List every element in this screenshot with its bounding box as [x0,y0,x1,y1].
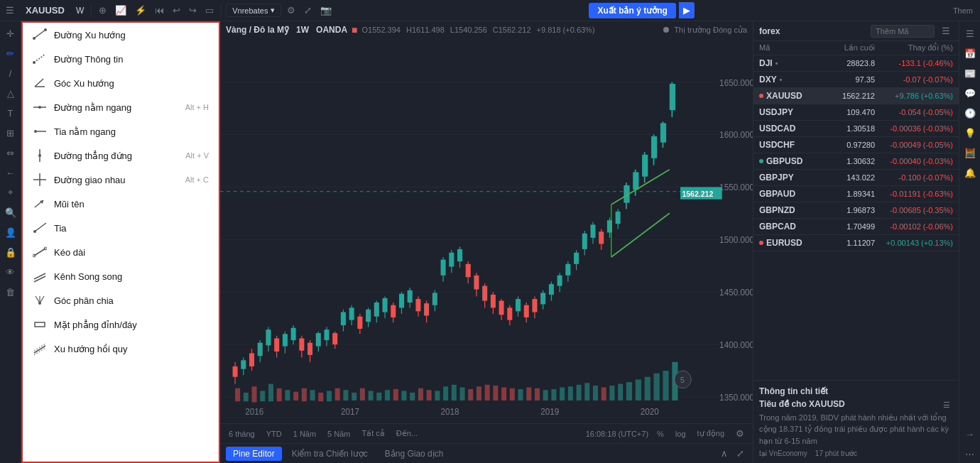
svg-rect-129 [549,284,554,295]
svg-rect-73 [316,333,321,346]
magnet-icon[interactable]: ⌖ [1,183,20,202]
drawing-item-regression[interactable]: Xu hướng hồi quy [23,337,219,361]
wl-row-gbpnzd[interactable]: GBPNZD 1.96873 -0.00685 (-0.35%) [753,202,959,219]
camera-icon[interactable]: 📷 [317,4,334,17]
wl-row-gbpcad[interactable]: GBPCAD 1.70499 -0.00102 (-0.06%) [753,219,959,235]
drawing-item-angle[interactable]: Góc Xu hướng [23,71,219,95]
replay-icon[interactable]: ⏮ [152,4,167,17]
watchlist-icon[interactable]: ☰ [961,24,979,43]
drawing-item-arrow[interactable]: Mũi tên [23,192,219,216]
svg-rect-184 [418,388,423,401]
calculator-icon[interactable]: 🧮 [961,143,979,162]
time-5year[interactable]: 5 Năm [325,428,353,440]
drawing-item-info[interactable]: Đường Thông tin [23,47,219,71]
publish-button[interactable]: Xuất bản ý tưởng [589,3,675,18]
wl-row-dxy[interactable]: DXY • 97.35 -0.07 (-0.07%) [753,72,959,88]
notification-icon[interactable]: 🔔 [961,163,979,182]
layout-icon[interactable]: ▭ [202,4,217,17]
undo-icon[interactable]: ↩ [170,4,183,17]
svg-text:1650.000: 1650.000 [719,77,753,87]
expand-icon[interactable]: ⤢ [734,447,747,460]
time-all[interactable]: Tất cả [359,427,388,440]
trash-icon[interactable]: 🗑 [1,283,20,301]
drawing-item-extend[interactable]: Kéo dài [23,240,219,264]
wl-row-eurusd[interactable]: EURUSD 1.11207 +0.00143 (+0.13%) [753,235,959,251]
clock-icon[interactable]: 🕐 [961,104,979,122]
draw-icon[interactable]: ✏ [1,44,20,62]
detail-menu-icon[interactable]: ☰ [940,399,953,411]
chat-icon[interactable]: 💬 [961,84,979,102]
wl-row-dji[interactable]: DJI • 28823.8 -133.1 (-0.46%) [753,55,959,72]
measure-icon[interactable]: ⇔ [1,143,20,162]
compare-icon[interactable]: ⊕ [96,4,109,17]
alert-icon[interactable]: ⚡ [132,4,149,17]
drawing-item-ray[interactable]: Tia [23,216,219,240]
time-1year[interactable]: 1 Năm [290,428,319,440]
wl-row-gbpusd[interactable]: GBPUSD 1.30632 -0.00040 (-0.03%) [753,153,959,170]
settings-icon[interactable]: ⚙ [284,4,298,17]
watchlist-menu-icon[interactable]: ☰ [939,24,953,38]
cross-shortcut: Alt + C [185,175,209,184]
svg-rect-190 [468,389,473,401]
vnrebates-button[interactable]: Vnrebates ▾ [226,4,281,17]
arrow-right-icon[interactable]: → [961,425,979,443]
drawing-item-parallel[interactable]: Kênh Song song [23,264,219,288]
wl-row-gbpjpy[interactable]: GBPJPY 143.022 -0.100 (-0.07%) [753,170,959,186]
svg-rect-133 [565,264,570,276]
drawing-item-hray[interactable]: Tia nằm ngang [23,119,219,143]
settings-small-icon[interactable]: ⚙ [733,427,747,440]
line-icon[interactable]: / [1,64,20,82]
close-value: C1562.212 [493,26,531,34]
bulb-icon[interactable]: 💡 [961,124,979,142]
time-goto[interactable]: Đến... [393,427,420,440]
wl-row-xauusd[interactable]: XAUUSD 1562.212 +9.786 (+0.63%) [753,88,959,104]
pattern-icon[interactable]: ⊞ [1,124,20,142]
high-value: H1611.498 [406,26,445,34]
collapse-icon[interactable]: ∧ [718,447,731,460]
percent-btn[interactable]: % [654,428,667,440]
fullscreen-icon[interactable]: ⤢ [301,4,315,17]
svg-rect-195 [510,388,515,401]
last-dji: 28823.8 [825,59,875,67]
tab-pine-editor[interactable]: Pine Editor [226,447,282,461]
publish-play-icon[interactable]: ▶ [679,2,695,18]
last-usdcad: 1.30518 [825,124,875,133]
log-btn[interactable]: log [673,428,689,440]
eye-icon[interactable]: 👁 [1,263,20,281]
search-input[interactable] [871,25,935,38]
auto-btn[interactable]: tự động [695,427,727,440]
shapes-icon[interactable]: △ [1,84,20,102]
wl-row-usdchf[interactable]: USDCHF 0.97280 -0.00049 (-0.05%) [753,137,959,153]
wl-row-usdcad[interactable]: USDCAD 1.30518 -0.00036 (-0.03%) [753,121,959,137]
tab-trade-panel[interactable]: Bảng Giao dịch [378,447,451,461]
text-icon[interactable]: T [1,104,20,122]
news-icon[interactable]: 📰 [961,64,979,82]
tab-strategy-tester[interactable]: Kiểm tra Chiến lược [285,447,375,461]
calendar-icon[interactable]: 📅 [961,44,979,62]
wl-row-gbpaud[interactable]: GBPAUD 1.89341 -0.01191 (-0.63%) [753,186,959,202]
time-6month[interactable]: 6 tháng [226,428,258,440]
drawing-item-trend[interactable]: Đường Xu hướng [23,23,219,47]
drawing-item-flat[interactable]: Mặt phẳng đỉnh/đáy [23,312,219,337]
drawing-item-hline[interactable]: Đường nằm ngang Alt + H [23,95,219,119]
cursor-icon[interactable]: ✛ [1,24,20,43]
svg-rect-119 [507,307,512,320]
trend-icon [33,28,47,42]
wl-row-usdjpy[interactable]: USDJPY 109.470 -0.054 (-0.05%) [753,104,959,121]
drawing-item-fork[interactable]: Góc phân chia [23,288,219,312]
dots-icon[interactable]: ⋯ [961,445,979,463]
person-icon[interactable]: 👤 [1,223,20,241]
indicator-icon[interactable]: 📈 [112,4,129,17]
arrow-left-icon[interactable]: ← [1,163,20,182]
zoom-icon[interactable]: 🔍 [1,203,20,222]
chart-canvas[interactable]: 1650.000 1600.000 1550.000 1500.000 1450… [220,38,753,423]
drawing-item-cross[interactable]: Đường giao nhau Alt + C [23,168,219,192]
theme-button[interactable]: Them [949,5,977,16]
menu-icon[interactable]: ☰ [3,4,17,17]
drawing-item-vline[interactable]: Đường thẳng đứng Alt + V [23,143,219,168]
time-ytd[interactable]: YTD [263,428,285,440]
watchlist-header: forex ☰ [753,21,959,41]
svg-rect-131 [557,276,562,286]
lock-icon[interactable]: 🔒 [1,243,20,261]
redo-icon[interactable]: ↪ [186,4,200,17]
